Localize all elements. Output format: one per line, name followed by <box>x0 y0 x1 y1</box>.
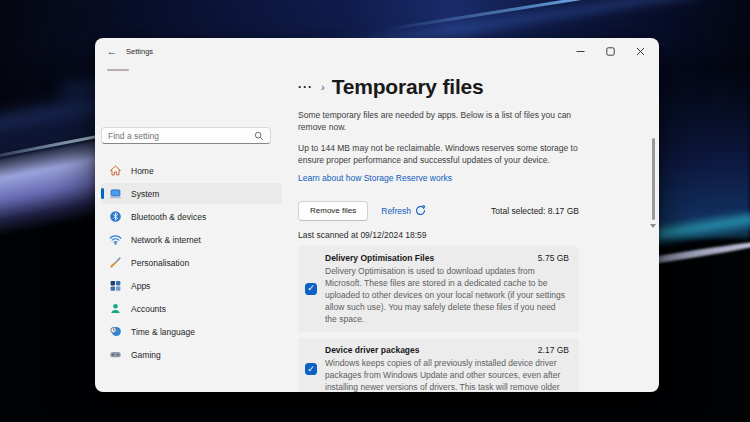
sidebar-item-time-language[interactable]: Time & language <box>101 321 282 342</box>
sidebar-item-label: Bluetooth & devices <box>131 212 206 222</box>
search-box[interactable] <box>101 127 271 144</box>
maximize-icon <box>606 47 615 56</box>
sidebar-item-label: Time & language <box>131 327 195 337</box>
file-description: Windows keeps copies of all previously i… <box>325 357 569 392</box>
main-content: ··· › Temporary files Some temporary fil… <box>288 64 659 392</box>
close-button[interactable] <box>625 38 655 64</box>
sidebar-item-label: Apps <box>131 281 150 291</box>
file-row-delivery-optimisation: ✓ Delivery Optimisation Files 5.75 GB De… <box>298 246 579 332</box>
sidebar-item-label: Gaming <box>131 350 161 360</box>
sidebar-item-label: Network & internet <box>131 235 201 245</box>
sidebar-item-system[interactable]: System <box>101 183 282 204</box>
total-selected: Total selected: 8.17 GB <box>491 206 579 216</box>
sidebar-item-network-internet[interactable]: Network & internet <box>101 229 282 250</box>
scrollbar-down-arrow-icon[interactable] <box>650 224 656 228</box>
refresh-icon <box>415 205 426 216</box>
sidebar-item-gaming[interactable]: Gaming <box>101 344 282 365</box>
file-checkbox[interactable]: ✓ <box>305 363 317 375</box>
sidebar-item-label: Accounts <box>131 304 166 314</box>
back-icon[interactable]: ← <box>104 43 120 59</box>
file-name: Device driver packages <box>325 345 420 355</box>
file-checkbox[interactable]: ✓ <box>305 283 317 295</box>
refresh-button[interactable]: Refresh <box>381 205 426 216</box>
checkmark-icon: ✓ <box>307 365 315 374</box>
home-icon <box>108 164 122 178</box>
file-description: Delivery Optimisation is used to downloa… <box>325 265 569 325</box>
remove-files-button[interactable]: Remove files <box>298 201 368 221</box>
sidebar-item-personalisation[interactable]: Personalisation <box>101 252 282 273</box>
desktop: ← Settings <box>0 0 750 422</box>
file-size: 5.75 GB <box>538 253 569 263</box>
file-name: Delivery Optimisation Files <box>325 253 434 263</box>
accounts-icon <box>108 302 122 316</box>
personalisation-icon <box>108 256 122 270</box>
sidebar-item-bluetooth-devices[interactable]: Bluetooth & devices <box>101 206 282 227</box>
titlebar: ← Settings <box>95 38 659 64</box>
sidebar-item-label: Home <box>131 166 154 176</box>
chevron-right-icon: › <box>321 81 325 93</box>
settings-window: ← Settings <box>95 38 659 392</box>
file-size: 2.17 GB <box>538 345 569 355</box>
sidebar-item-home[interactable]: Home <box>101 160 282 181</box>
sidebar-nav: Home System Bluetooth & devices <box>95 160 288 365</box>
sidebar-item-apps[interactable]: Apps <box>101 275 282 296</box>
apps-icon <box>108 279 122 293</box>
time-language-icon <box>108 325 122 339</box>
system-icon <box>108 187 122 201</box>
bluetooth-icon <box>108 210 122 224</box>
window-title: Settings <box>126 47 153 56</box>
sidebar-item-label: Personalisation <box>131 258 189 268</box>
search-icon <box>254 131 264 141</box>
refresh-label: Refresh <box>381 206 411 216</box>
intro-paragraph-2: Up to 144 MB may not be reclaimable. Win… <box>298 142 579 167</box>
sidebar-item-label: System <box>131 189 159 199</box>
last-scanned: Last scanned at 09/12/2024 18:59 <box>298 230 579 240</box>
scrollbar[interactable] <box>652 138 655 220</box>
nav-peek-divider <box>107 69 129 71</box>
file-row-device-driver-packages: ✓ Device driver packages 2.17 GB Windows… <box>298 338 579 392</box>
minimize-button[interactable] <box>565 38 595 64</box>
breadcrumb: ··· › Temporary files <box>298 75 579 99</box>
toolbar: Remove files Refresh Total selected: 8.1… <box>298 201 579 221</box>
sidebar-item-accounts[interactable]: Accounts <box>101 298 282 319</box>
minimize-icon <box>576 47 585 56</box>
search-input[interactable] <box>108 131 254 141</box>
sidebar: Home System Bluetooth & devices <box>95 64 288 392</box>
gaming-icon <box>108 348 122 362</box>
wallpaper-streak <box>645 70 750 238</box>
wallpaper-streak <box>382 0 718 32</box>
page-title: Temporary files <box>332 75 484 99</box>
storage-reserve-link[interactable]: Learn about how Storage Reserve works <box>298 173 452 183</box>
network-icon <box>108 233 122 247</box>
intro-paragraph-1: Some temporary files are needed by apps.… <box>298 109 579 134</box>
close-icon <box>636 47 645 56</box>
breadcrumb-overflow-icon[interactable]: ··· <box>298 82 313 92</box>
checkmark-icon: ✓ <box>307 284 315 293</box>
maximize-button[interactable] <box>595 38 625 64</box>
